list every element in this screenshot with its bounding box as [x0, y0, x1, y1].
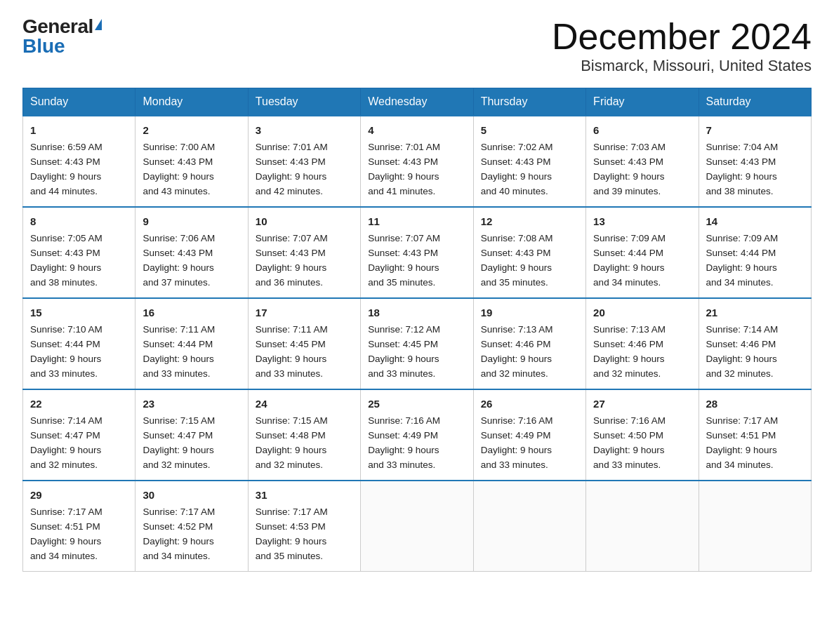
logo-triangle-icon — [95, 19, 102, 30]
day-info: Sunrise: 7:15 AMSunset: 4:47 PMDaylight:… — [143, 414, 240, 473]
calendar-table: SundayMondayTuesdayWednesdayThursdayFrid… — [22, 88, 812, 572]
day-info: Sunrise: 7:07 AMSunset: 4:43 PMDaylight:… — [368, 232, 465, 290]
day-number: 23 — [143, 396, 240, 412]
calendar-cell: 12Sunrise: 7:08 AMSunset: 4:43 PMDayligh… — [473, 207, 585, 298]
day-info: Sunrise: 7:11 AMSunset: 4:45 PMDaylight:… — [256, 323, 353, 382]
day-number: 21 — [706, 304, 804, 321]
day-number: 14 — [706, 213, 804, 229]
day-number: 6 — [593, 122, 691, 138]
calendar-cell: 27Sunrise: 7:16 AMSunset: 4:50 PMDayligh… — [586, 389, 699, 481]
header: General Blue December 2024 Bismarck, Mis… — [22, 17, 812, 75]
calendar-cell: 13Sunrise: 7:09 AMSunset: 4:44 PMDayligh… — [586, 207, 699, 298]
day-info: Sunrise: 7:16 AMSunset: 4:49 PMDaylight:… — [481, 414, 578, 473]
day-number: 24 — [256, 396, 353, 412]
day-number: 12 — [481, 213, 578, 229]
day-info: Sunrise: 7:15 AMSunset: 4:48 PMDaylight:… — [256, 414, 353, 473]
day-info: Sunrise: 7:06 AMSunset: 4:43 PMDaylight:… — [143, 232, 240, 290]
day-info: Sunrise: 7:09 AMSunset: 4:44 PMDaylight:… — [593, 232, 691, 290]
day-number: 19 — [481, 304, 578, 321]
day-info: Sunrise: 7:01 AMSunset: 4:43 PMDaylight:… — [368, 140, 465, 199]
calendar-cell: 8Sunrise: 7:05 AMSunset: 4:43 PMDaylight… — [23, 207, 135, 298]
day-info: Sunrise: 7:04 AMSunset: 4:43 PMDaylight:… — [706, 140, 804, 199]
calendar-cell: 18Sunrise: 7:12 AMSunset: 4:45 PMDayligh… — [361, 298, 473, 389]
weekday-header-friday: Friday — [586, 88, 699, 116]
logo-general: General — [22, 17, 93, 36]
day-number: 15 — [30, 304, 128, 321]
calendar-cell: 26Sunrise: 7:16 AMSunset: 4:49 PMDayligh… — [473, 389, 585, 481]
calendar-cell: 6Sunrise: 7:03 AMSunset: 4:43 PMDaylight… — [586, 116, 699, 207]
calendar-cell: 20Sunrise: 7:13 AMSunset: 4:46 PMDayligh… — [586, 298, 699, 389]
day-number: 7 — [706, 122, 804, 138]
calendar-cell: 4Sunrise: 7:01 AMSunset: 4:43 PMDaylight… — [361, 116, 473, 207]
weekday-header-monday: Monday — [135, 88, 248, 116]
day-number: 16 — [143, 304, 240, 321]
day-info: Sunrise: 7:00 AMSunset: 4:43 PMDaylight:… — [143, 140, 240, 199]
calendar-week-4: 22Sunrise: 7:14 AMSunset: 4:47 PMDayligh… — [23, 389, 812, 481]
calendar-cell — [473, 481, 585, 571]
day-number: 18 — [368, 304, 465, 321]
calendar-cell: 7Sunrise: 7:04 AMSunset: 4:43 PMDaylight… — [699, 116, 811, 207]
day-number: 4 — [368, 122, 465, 138]
calendar-cell: 1Sunrise: 6:59 AMSunset: 4:43 PMDaylight… — [23, 116, 135, 207]
weekday-header-sunday: Sunday — [23, 88, 135, 116]
calendar-cell: 25Sunrise: 7:16 AMSunset: 4:49 PMDayligh… — [361, 389, 473, 481]
day-number: 3 — [256, 122, 353, 138]
day-number: 26 — [481, 396, 578, 412]
day-info: Sunrise: 7:16 AMSunset: 4:49 PMDaylight:… — [368, 414, 465, 473]
day-info: Sunrise: 7:11 AMSunset: 4:44 PMDaylight:… — [143, 323, 240, 382]
day-info: Sunrise: 7:14 AMSunset: 4:47 PMDaylight:… — [30, 414, 128, 473]
calendar-cell — [586, 481, 699, 571]
day-info: Sunrise: 7:14 AMSunset: 4:46 PMDaylight:… — [706, 323, 804, 382]
calendar-cell: 28Sunrise: 7:17 AMSunset: 4:51 PMDayligh… — [699, 389, 811, 481]
calendar-week-5: 29Sunrise: 7:17 AMSunset: 4:51 PMDayligh… — [23, 481, 812, 571]
day-number: 11 — [368, 213, 465, 229]
title-area: December 2024 Bismarck, Missouri, United… — [552, 17, 812, 75]
calendar-cell: 19Sunrise: 7:13 AMSunset: 4:46 PMDayligh… — [473, 298, 585, 389]
calendar-cell: 30Sunrise: 7:17 AMSunset: 4:52 PMDayligh… — [135, 481, 248, 571]
calendar-week-1: 1Sunrise: 6:59 AMSunset: 4:43 PMDaylight… — [23, 116, 812, 207]
calendar-cell: 9Sunrise: 7:06 AMSunset: 4:43 PMDaylight… — [135, 207, 248, 298]
calendar-cell — [361, 481, 473, 571]
calendar-week-2: 8Sunrise: 7:05 AMSunset: 4:43 PMDaylight… — [23, 207, 812, 298]
calendar-cell: 3Sunrise: 7:01 AMSunset: 4:43 PMDaylight… — [248, 116, 360, 207]
day-number: 30 — [143, 487, 240, 503]
day-info: Sunrise: 7:17 AMSunset: 4:53 PMDaylight:… — [256, 505, 353, 564]
day-info: Sunrise: 7:13 AMSunset: 4:46 PMDaylight:… — [481, 323, 578, 382]
day-info: Sunrise: 7:16 AMSunset: 4:50 PMDaylight:… — [593, 414, 691, 473]
calendar-cell: 2Sunrise: 7:00 AMSunset: 4:43 PMDaylight… — [135, 116, 248, 207]
calendar-cell: 31Sunrise: 7:17 AMSunset: 4:53 PMDayligh… — [248, 481, 360, 571]
day-number: 28 — [706, 396, 804, 412]
day-number: 10 — [256, 213, 353, 229]
day-info: Sunrise: 6:59 AMSunset: 4:43 PMDaylight:… — [30, 140, 128, 199]
day-number: 27 — [593, 396, 691, 412]
weekday-header-saturday: Saturday — [699, 88, 811, 116]
day-number: 17 — [256, 304, 353, 321]
day-info: Sunrise: 7:05 AMSunset: 4:43 PMDaylight:… — [30, 232, 128, 290]
day-info: Sunrise: 7:17 AMSunset: 4:51 PMDaylight:… — [30, 505, 128, 564]
day-info: Sunrise: 7:12 AMSunset: 4:45 PMDaylight:… — [368, 323, 465, 382]
calendar-week-3: 15Sunrise: 7:10 AMSunset: 4:44 PMDayligh… — [23, 298, 812, 389]
calendar-cell: 17Sunrise: 7:11 AMSunset: 4:45 PMDayligh… — [248, 298, 360, 389]
calendar-cell: 22Sunrise: 7:14 AMSunset: 4:47 PMDayligh… — [23, 389, 135, 481]
day-info: Sunrise: 7:17 AMSunset: 4:52 PMDaylight:… — [143, 505, 240, 564]
day-info: Sunrise: 7:10 AMSunset: 4:44 PMDaylight:… — [30, 323, 128, 382]
day-number: 31 — [256, 487, 353, 503]
logo-blue: Blue — [22, 36, 65, 56]
calendar-cell: 10Sunrise: 7:07 AMSunset: 4:43 PMDayligh… — [248, 207, 360, 298]
day-number: 1 — [30, 122, 128, 138]
calendar-cell: 23Sunrise: 7:15 AMSunset: 4:47 PMDayligh… — [135, 389, 248, 481]
day-info: Sunrise: 7:01 AMSunset: 4:43 PMDaylight:… — [256, 140, 353, 199]
day-info: Sunrise: 7:08 AMSunset: 4:43 PMDaylight:… — [481, 232, 578, 290]
weekday-header-row: SundayMondayTuesdayWednesdayThursdayFrid… — [23, 88, 812, 116]
calendar-cell: 14Sunrise: 7:09 AMSunset: 4:44 PMDayligh… — [699, 207, 811, 298]
day-info: Sunrise: 7:02 AMSunset: 4:43 PMDaylight:… — [481, 140, 578, 199]
day-number: 20 — [593, 304, 691, 321]
location-subtitle: Bismarck, Missouri, United States — [552, 57, 812, 75]
day-number: 2 — [143, 122, 240, 138]
month-title: December 2024 — [552, 17, 812, 57]
day-info: Sunrise: 7:09 AMSunset: 4:44 PMDaylight:… — [706, 232, 804, 290]
calendar-cell: 24Sunrise: 7:15 AMSunset: 4:48 PMDayligh… — [248, 389, 360, 481]
calendar-cell: 5Sunrise: 7:02 AMSunset: 4:43 PMDaylight… — [473, 116, 585, 207]
logo: General Blue — [22, 17, 102, 56]
day-info: Sunrise: 7:17 AMSunset: 4:51 PMDaylight:… — [706, 414, 804, 473]
